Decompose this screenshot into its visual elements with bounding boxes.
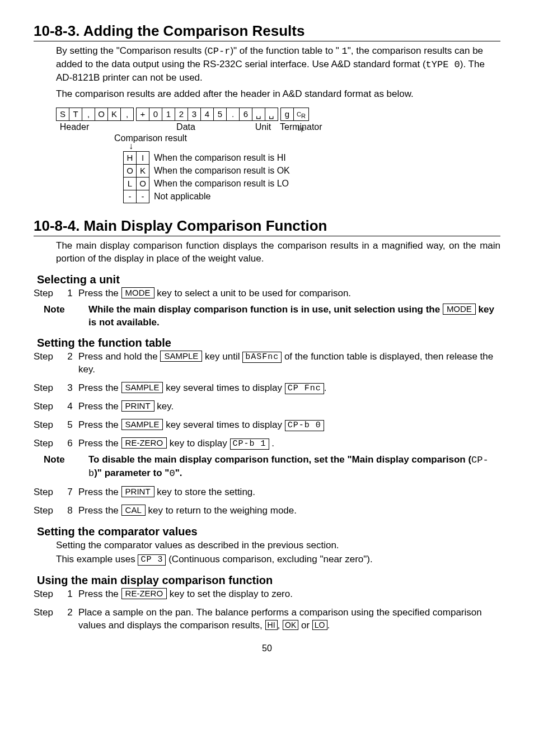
subheading-selecting-unit: Selecting a unit — [37, 273, 500, 286]
result-ok: OK — [283, 620, 298, 630]
byte-cell: CR LF — [293, 108, 309, 121]
byte-cell: 4 — [200, 108, 214, 121]
cell: O — [136, 177, 149, 190]
text: Press the — [78, 288, 121, 298]
text: Press the — [78, 382, 121, 393]
code: 0 — [169, 468, 175, 479]
cell: - — [136, 190, 149, 203]
byte-cell: 1 — [162, 108, 175, 121]
step-body: Press the PRINT key. — [78, 400, 500, 413]
text: Press the — [78, 487, 121, 497]
print-key: PRINT — [121, 486, 154, 497]
text: key to set the display to zero. — [167, 589, 293, 599]
byte-cell: ␣ — [265, 108, 278, 121]
text: Press the — [78, 401, 121, 412]
lcd-display: bASFnc — [242, 352, 282, 363]
byte-cell: 2 — [175, 108, 188, 121]
step-label: Step — [34, 382, 62, 395]
byte-cell: . — [226, 108, 240, 121]
s1-para2: The comparison results are added after t… — [56, 88, 500, 101]
section-title-1: 10-8-3. Adding the Comparison Results — [34, 22, 500, 41]
text: When the comparison result is HI — [154, 153, 286, 163]
step-label: Step — [34, 606, 62, 619]
section-title-2: 10-8-4. Main Display Comparison Function — [34, 217, 500, 236]
note-label: Note — [34, 304, 88, 316]
text: , — [278, 620, 283, 631]
step-num: 1 — [62, 588, 78, 601]
cell: L — [123, 177, 137, 190]
code: CP-r — [208, 46, 231, 57]
step-num: 8 — [62, 505, 78, 517]
lbl-header: Header — [56, 122, 93, 132]
text: key to display — [167, 438, 229, 449]
byte-cell: 3 — [188, 108, 201, 121]
lcd-display: CP-b 0 — [285, 420, 324, 431]
code: tYPE 0 — [426, 59, 460, 70]
code: 1 — [342, 46, 348, 57]
byte-string: S T , O K , + 0 1 2 3 4 5 . 6 ␣ ␣ g CR L… — [56, 108, 500, 121]
text: . — [324, 382, 327, 393]
step-body: Press the CAL key to return to the weigh… — [78, 505, 500, 517]
cell: K — [136, 164, 149, 178]
note-label: Note — [34, 454, 88, 466]
text: Press the — [78, 438, 121, 449]
step-label: Step — [34, 400, 62, 413]
step-num: 2 — [62, 606, 78, 619]
byte-cell: 0 — [149, 108, 162, 121]
text: key to store the setting. — [154, 487, 255, 497]
lbl-data: Data — [125, 122, 246, 132]
result-hi: HI — [265, 620, 278, 630]
text: While the main display comparison functi… — [88, 304, 443, 315]
subheading-comparator-values: Setting the comparator values — [37, 525, 500, 538]
cell: H — [123, 151, 137, 165]
step-body: Press the MODE key to select a unit to b… — [78, 287, 500, 300]
text: By setting the "Comparison results ( — [56, 45, 208, 56]
subheading-function-table: Setting the function table — [37, 337, 500, 349]
step-num: 3 — [62, 382, 78, 395]
text: )" parameter to " — [94, 468, 169, 478]
text: key several times to display — [163, 382, 284, 393]
step-label: Step — [34, 287, 62, 300]
step-num: 1 — [62, 287, 78, 300]
step-body: Press the SAMPLE key several times to di… — [78, 382, 500, 395]
byte-cell: g — [280, 108, 294, 121]
subheading-using-main-display: Using the main display comparison functi… — [37, 574, 500, 587]
byte-cell: ␣ — [252, 108, 265, 121]
step-body: Press the RE-ZERO key to display CP-b 1 … — [78, 437, 500, 450]
lcd-display: CP 3 — [138, 554, 166, 566]
text: (Continuous comparison, excluding "near … — [166, 554, 372, 564]
text: Press the — [78, 419, 121, 430]
text: Press the — [78, 505, 121, 516]
comparison-table: HIWhen the comparison result is HI OKWhe… — [123, 151, 500, 203]
text: Press and hold the — [78, 351, 160, 362]
lbl-terminator: Terminator — [280, 122, 336, 132]
text: key to select a unit to be used for comp… — [154, 288, 352, 298]
step-num: 6 — [62, 437, 78, 450]
byte-cell: S — [56, 108, 69, 121]
step-num: 2 — [62, 351, 78, 363]
cell: I — [136, 151, 149, 165]
step-label: Step — [34, 486, 62, 499]
text: When the comparison result is LO — [154, 179, 289, 189]
byte-cell: O — [95, 108, 108, 121]
step-label: Step — [34, 505, 62, 517]
mode-key: MODE — [121, 287, 154, 298]
step-num: 5 — [62, 419, 78, 432]
byte-cell: 6 — [239, 108, 252, 121]
cell: - — [123, 190, 137, 203]
byte-cell: , — [82, 108, 95, 121]
rezero-key: RE-ZERO — [121, 588, 167, 599]
lcd-display: CP Fnc — [285, 383, 324, 394]
result-lo: LO — [312, 620, 327, 630]
para: Setting the comparator values as describ… — [56, 539, 500, 552]
step-body: Press the SAMPLE key several times to di… — [78, 419, 500, 432]
byte-cell: + — [136, 108, 149, 121]
sample-key: SAMPLE — [121, 382, 163, 393]
step-body: Press the RE-ZERO key to set the display… — [78, 588, 500, 601]
text: or — [298, 620, 312, 631]
step-label: Step — [34, 437, 62, 450]
lbl-comparison-result: Comparison result — [114, 133, 500, 143]
step-body: Press and hold the SAMPLE key until bASF… — [78, 351, 500, 376]
s1-para1: By setting the "Comparison results (CP-r… — [56, 45, 500, 85]
note-body: While the main display comparison functi… — [88, 304, 500, 329]
